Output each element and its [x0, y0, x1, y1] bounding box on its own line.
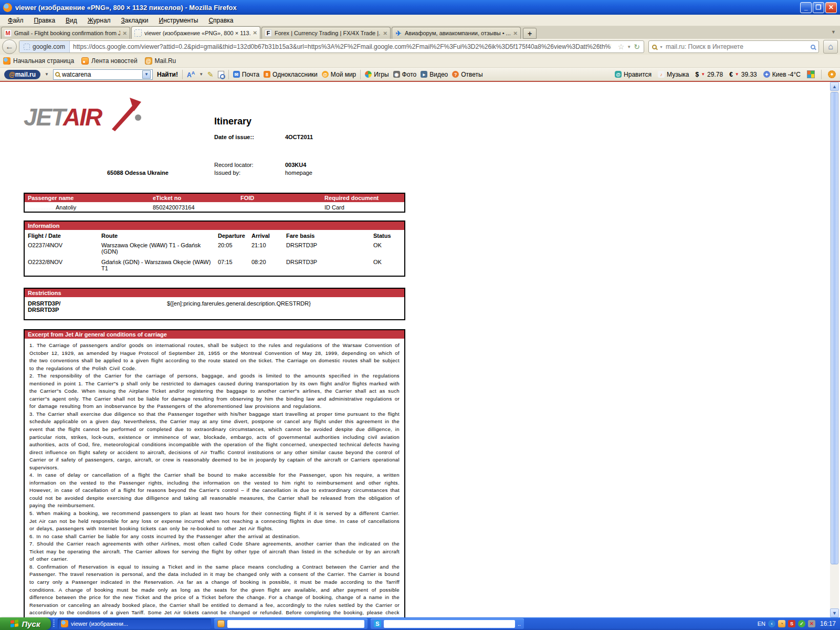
reload-icon[interactable]: ↻ — [634, 43, 640, 51]
find-button[interactable]: Найти! — [157, 71, 178, 78]
clock-tray-icon[interactable]: ◔ — [778, 620, 785, 627]
toolbar-link-likes[interactable]: @ Нравится — [615, 71, 652, 78]
tab-close-icon[interactable]: ✕ — [123, 30, 127, 36]
language-indicator[interactable]: EN — [758, 621, 765, 627]
tab-forex[interactable]: F Forex | Currency Trading | FX/4X Trade… — [261, 27, 391, 39]
search-go-icon[interactable] — [811, 45, 815, 49]
muted-volume-tray-icon[interactable]: ✕ — [808, 620, 815, 627]
toolbar-search-input[interactable] — [62, 71, 140, 78]
toolbar-link-games[interactable]: Игры — [365, 71, 388, 78]
information-table: Information Flight / Date Route Departur… — [24, 220, 405, 277]
route-cell: Gdańsk (GDN) - Warszawa Okęcie (WAW) T1 — [98, 258, 215, 272]
page-search-icon[interactable] — [218, 71, 224, 78]
list-all-tabs-icon[interactable]: ▼ — [831, 29, 836, 35]
record-locator-row: Record locator: 003KU4 — [214, 162, 254, 168]
clock[interactable]: 16:17 — [820, 620, 836, 627]
toolbar-link-moymir[interactable]: @ Мой мир — [322, 71, 356, 78]
weather-widget[interactable]: ✦ Киев -4°C — [763, 71, 801, 78]
toolbar-link-video[interactable]: ▸ Видео — [421, 71, 448, 78]
toolbar-link-music[interactable]: ♪ Музыка — [658, 71, 689, 78]
vertical-scrollbar[interactable]: ▲ ▼ — [830, 82, 839, 617]
toolbar-link-odnoklassniki[interactable]: 8 Одноклассники — [264, 71, 318, 78]
search-engine-icon[interactable] — [652, 45, 657, 49]
taskbar-button-redacted-1[interactable] — [214, 618, 368, 629]
scroll-up-icon[interactable]: ▲ — [830, 82, 839, 91]
table-row: O2232/8NOV Gdańsk (GDN) - Warszawa Okęci… — [25, 257, 404, 276]
foid-cell — [237, 203, 321, 212]
status-cell: OK — [370, 258, 404, 272]
antivirus-tray-icon[interactable]: S — [788, 620, 795, 627]
address-line: 65088 Odessa Ukraine — [107, 170, 169, 176]
font-size-icon[interactable]: AA — [187, 70, 195, 79]
col-fare-basis: Fare basis — [283, 231, 370, 240]
search-engine-dropdown-icon[interactable]: ▼ — [659, 45, 663, 49]
restrictions-section-title: Restrictions — [25, 289, 404, 298]
hide-icons-chevron-icon[interactable]: ‹ — [768, 620, 775, 627]
url-input[interactable] — [70, 43, 614, 50]
flight-cell: O2237/4NOV — [25, 241, 98, 256]
back-button[interactable]: ← — [2, 39, 17, 54]
toolbar-link-photo[interactable]: ◉ Фото — [393, 71, 417, 78]
minimize-button[interactable]: _ — [800, 2, 812, 13]
map-icon[interactable] — [807, 70, 815, 78]
tab-close-icon[interactable]: ✕ — [383, 30, 387, 36]
tab-close-icon[interactable]: ✕ — [513, 30, 518, 36]
highlighter-icon[interactable]: ✎ — [207, 70, 214, 79]
tab-viewer-active[interactable]: viewer (изображение «PNG», 800 × 113... … — [131, 26, 260, 39]
menu-help[interactable]: Справка — [204, 16, 238, 25]
bookmark-feed[interactable]: Лента новостей — [81, 57, 138, 65]
eur-rate[interactable]: € ▼ 39.33 — [729, 71, 757, 78]
search-history-dropdown-icon[interactable]: ▼ — [142, 70, 151, 79]
close-button[interactable]: ✕ — [825, 2, 837, 13]
toolbar-search-box[interactable]: ▼ — [53, 69, 153, 80]
fare-code-cell: DRSRTD3P/ DRSRTD3P — [25, 299, 164, 314]
menu-view[interactable]: Вид — [61, 16, 82, 25]
menu-file[interactable]: Файл — [3, 16, 28, 25]
toolbar-link-label: Игры — [374, 71, 388, 78]
url-dropdown-icon[interactable]: ▼ — [627, 45, 631, 49]
update-check-tray-icon[interactable]: ✓ — [798, 620, 805, 627]
airplane-icon: ✈ — [395, 29, 402, 37]
new-tab-button[interactable]: + — [523, 28, 537, 39]
menu-tools[interactable]: Инструменты — [154, 16, 203, 25]
usd-rate-value: 29.78 — [707, 71, 723, 78]
site-label: google.com — [33, 43, 65, 50]
taskbar-button-viewer[interactable]: viewer (изображени... — [58, 618, 211, 629]
itinerary-document: JETAIR Itinerary Date of issue:: 4OCT201… — [4, 82, 424, 617]
toolbar-link-label: Фото — [402, 71, 417, 78]
scrollbar-thumb[interactable] — [831, 92, 838, 564]
restore-button[interactable]: ❐ — [813, 2, 824, 13]
taskbar-button-redacted-2[interactable]: S .. — [371, 618, 524, 629]
search-bar[interactable]: ▼ — [648, 40, 819, 53]
site-identity[interactable]: google.com — [19, 41, 70, 52]
menu-history[interactable]: Журнал — [83, 16, 116, 25]
menu-bookmarks[interactable]: Закладки — [117, 16, 153, 25]
mailru-logo-dropdown-icon[interactable]: ▼ — [45, 72, 49, 77]
app-icon — [217, 620, 225, 627]
date-of-issue-row: Date of issue:: 4OCT2011 — [214, 134, 254, 140]
font-size-dropdown-icon[interactable]: ▼ — [199, 72, 203, 77]
restrictions-table: Restrictions DRSRTD3P/ DRSRTD3P ${[en]:p… — [24, 288, 405, 320]
bookmark-star-icon[interactable]: ☆ — [618, 43, 625, 51]
start-button[interactable]: Пуск — [0, 617, 51, 630]
answers-icon: ? — [452, 71, 459, 78]
url-bar[interactable]: google.com ☆ ▼ ↻ — [19, 40, 644, 53]
scroll-down-icon[interactable]: ▼ — [830, 608, 839, 617]
tab-close-icon[interactable]: ✕ — [253, 30, 257, 36]
bookmark-mailru[interactable]: @ Mail.Ru — [145, 57, 176, 65]
gear-icon[interactable] — [828, 70, 836, 78]
camera-icon: ◉ — [393, 71, 400, 78]
separator — [360, 70, 361, 79]
tab-gmail[interactable]: M Gmail - Flight booking confirmation fr… — [1, 27, 130, 39]
mailru-logo[interactable]: @mail.ru — [4, 70, 40, 79]
menu-edit[interactable]: Правка — [29, 16, 60, 25]
condition-paragraph: 3. The Carrier shall exercise due dilige… — [29, 411, 400, 471]
search-input[interactable] — [666, 43, 808, 50]
bookmark-home[interactable]: Начальная страница — [3, 57, 74, 65]
toolbar-link-answers[interactable]: ? Ответы — [452, 71, 482, 78]
toolbar-link-mail[interactable]: ✉ Почта — [233, 71, 259, 78]
home-button[interactable]: ⌂ — [823, 40, 838, 54]
tab-aviaforum[interactable]: ✈ Авиафорум, авиакомпании, отзывы • ... … — [392, 27, 521, 39]
usd-rate[interactable]: $ ▼ 29.78 — [696, 71, 723, 78]
quick-launch-separator[interactable] — [51, 617, 56, 630]
